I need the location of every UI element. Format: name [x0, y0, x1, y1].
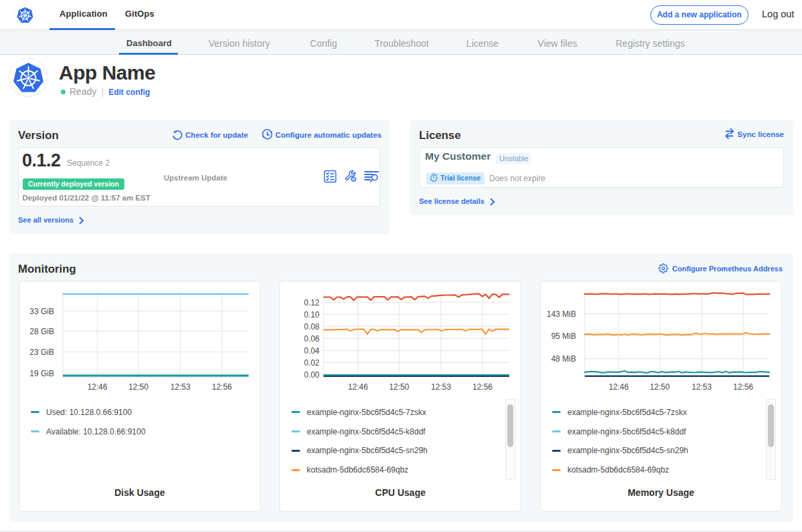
- svg-text:12:53: 12:53: [692, 382, 712, 392]
- svg-text:0.04: 0.04: [304, 346, 320, 356]
- svg-text:143 MiB: 143 MiB: [547, 309, 576, 319]
- svg-text:0.02: 0.02: [304, 358, 320, 368]
- svg-text:12:46: 12:46: [609, 382, 629, 392]
- svg-text:0.08: 0.08: [304, 322, 320, 331]
- svg-text:0.06: 0.06: [304, 334, 320, 344]
- svg-text:12:56: 12:56: [473, 382, 493, 392]
- svg-text:19 GiB: 19 GiB: [29, 369, 54, 378]
- svg-text:12:56: 12:56: [733, 382, 753, 392]
- svg-text:12:53: 12:53: [431, 382, 451, 392]
- svg-text:33 GiB: 33 GiB: [29, 307, 54, 316]
- svg-text:12:56: 12:56: [212, 382, 232, 392]
- svg-text:0.00: 0.00: [304, 370, 320, 380]
- svg-text:12:50: 12:50: [128, 382, 148, 392]
- svg-text:95 MiB: 95 MiB: [551, 331, 576, 341]
- svg-text:0.12: 0.12: [304, 298, 320, 307]
- svg-text:12:46: 12:46: [88, 382, 108, 392]
- svg-text:0.10: 0.10: [304, 310, 320, 319]
- svg-text:28 GiB: 28 GiB: [29, 327, 54, 336]
- svg-text:12:53: 12:53: [170, 382, 190, 392]
- svg-text:12:50: 12:50: [650, 382, 670, 392]
- svg-text:48 MiB: 48 MiB: [551, 354, 576, 364]
- svg-text:12:46: 12:46: [348, 382, 368, 392]
- svg-text:23 GiB: 23 GiB: [29, 348, 54, 357]
- svg-text:12:50: 12:50: [389, 382, 409, 392]
